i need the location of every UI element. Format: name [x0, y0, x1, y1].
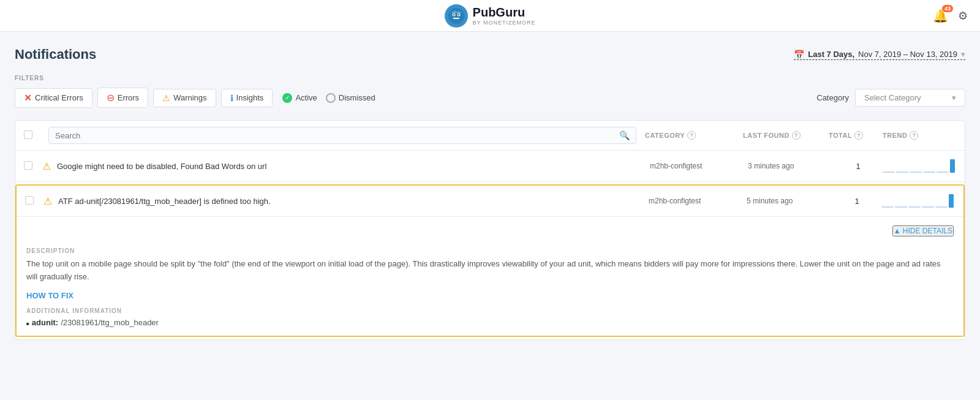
status-filter: ✓ Active Dismissed: [282, 93, 375, 103]
svg-rect-6: [451, 12, 461, 13]
logo-svg: [448, 7, 465, 25]
critical-errors-icon: ✕: [24, 92, 32, 104]
filter-errors[interactable]: ⊖ Errors: [97, 88, 148, 108]
category-column-header: CATEGORY ?: [645, 131, 743, 140]
additional-info-key: adunit:: [32, 318, 58, 327]
last-found-help-icon: ?: [792, 131, 801, 140]
expanded-row-checkbox[interactable]: [25, 196, 43, 206]
exp-trend-bar-6: [949, 194, 954, 208]
row1-trend: [883, 159, 956, 173]
errors-icon: ⊖: [107, 92, 115, 104]
expanded-row-last-found: 5 minutes ago: [747, 197, 832, 205]
svg-point-3: [453, 13, 454, 15]
filters-row: ✕ Critical Errors ⊖ Errors ⚠ Warnings ℹ …: [15, 88, 965, 108]
select-all-checkbox[interactable]: [24, 130, 42, 141]
main-content: Notifications 📅 Last 7 Days, Nov 7, 2019…: [0, 32, 980, 355]
critical-errors-label: Critical Errors: [35, 93, 83, 102]
select-all-cb: [24, 130, 32, 139]
trend-dash-5: [937, 172, 949, 173]
expanded-row-wrapper: ⚠ ATF ad-unit[/23081961/ttg_mob_header] …: [15, 184, 965, 337]
logo-sub: by MONETIZEMORE: [473, 20, 536, 26]
table-search-row: 🔍 CATEGORY ? LAST FOUND ? TOTAL ? TREND: [15, 121, 965, 151]
filters-label: FILTERS: [15, 75, 965, 81]
table-row[interactable]: ⚠ Google might need to be disabled, Foun…: [15, 151, 965, 182]
category-area: Category Select Category ▾: [816, 89, 965, 107]
page-header: Notifications 📅 Last 7 Days, Nov 7, 2019…: [15, 47, 965, 62]
expanded-row-warning-icon: ⚠: [43, 195, 52, 207]
exp-trend-dash-4: [922, 206, 934, 208]
expanded-row-trend-bars: [881, 194, 954, 208]
date-range-selector[interactable]: 📅 Last 7 Days, Nov 7, 2019 – Nov 13, 201…: [794, 50, 965, 60]
settings-button[interactable]: ⚙: [958, 9, 968, 23]
logo-name: PubGuru: [473, 6, 526, 19]
trend-dash-4: [923, 172, 935, 173]
warnings-icon: ⚠: [162, 93, 170, 103]
svg-rect-5: [453, 18, 459, 19]
filters-section: FILTERS ✕ Critical Errors ⊖ Errors ⚠ War…: [15, 75, 965, 108]
row1-warning-icon: ⚠: [42, 160, 51, 172]
search-icon: 🔍: [619, 130, 630, 140]
trend-dash-2: [896, 172, 908, 173]
exp-trend-dash-5: [935, 206, 948, 208]
warnings-label: Warnings: [173, 93, 206, 102]
logo-area: PubGuru by MONETIZEMORE: [445, 4, 536, 28]
row1-message: Google might need to be disabled, Found …: [57, 162, 650, 171]
row1-checkbox[interactable]: [24, 161, 42, 172]
additional-info-value: /23081961/ttg_mob_header: [61, 318, 159, 327]
trend-bar-6: [950, 159, 955, 173]
svg-point-4: [458, 13, 459, 15]
additional-info-label: ADDITIONAL INFORMATION: [26, 308, 954, 314]
insights-icon: ℹ: [230, 93, 233, 103]
notifications-table: 🔍 CATEGORY ? LAST FOUND ? TOTAL ? TREND: [15, 120, 965, 340]
date-range-label: Last 7 Days,: [808, 50, 854, 59]
active-label: Active: [295, 93, 317, 102]
dismissed-filter[interactable]: Dismissed: [326, 93, 375, 103]
hide-details-button[interactable]: ▲ HIDE DETAILS: [892, 225, 954, 236]
category-chevron-icon: ▾: [952, 93, 956, 102]
row1-trend-bars: [883, 159, 955, 173]
expanded-table-row[interactable]: ⚠ ATF ad-unit[/23081961/ttg_mob_header] …: [17, 186, 963, 217]
description-text: The top unit on a mobile page should be …: [26, 258, 954, 284]
expanded-detail: ▲ HIDE DETAILS DESCRIPTION The top unit …: [17, 217, 963, 336]
row1-total: 1: [834, 162, 883, 171]
dismissed-label: Dismissed: [339, 93, 375, 102]
category-select[interactable]: Select Category ▾: [855, 89, 965, 107]
filter-critical-errors[interactable]: ✕ Critical Errors: [15, 88, 92, 108]
exp-trend-dash-2: [895, 206, 907, 208]
row1-last-found: 3 minutes ago: [748, 162, 834, 170]
exp-trend-dash-1: [881, 206, 894, 208]
errors-label: Errors: [118, 93, 139, 102]
row1-category: m2hb-configtest: [650, 162, 748, 170]
trend-column-header: TREND ?: [883, 131, 956, 140]
expanded-row-trend: [881, 194, 955, 208]
expanded-row-category: m2hb-configtest: [649, 197, 747, 205]
dismissed-radio-circle: [326, 93, 336, 103]
date-range-value: Nov 7, 2019 – Nov 13, 2019: [858, 50, 957, 59]
how-to-fix-link[interactable]: HOW TO FIX: [26, 291, 954, 300]
filter-insights[interactable]: ℹ Insights: [221, 89, 273, 107]
description-label: DESCRIPTION: [26, 247, 954, 254]
active-radio-check: ✓: [282, 93, 292, 103]
expanded-row-message: ATF ad-unit[/23081961/ttg_mob_header] is…: [58, 197, 649, 206]
notification-badge: 43: [942, 5, 953, 12]
page-title: Notifications: [15, 47, 96, 62]
trend-dash-3: [910, 172, 922, 173]
total-column-header: TOTAL ?: [829, 131, 878, 140]
top-header: PubGuru by MONETIZEMORE 🔔 43 ⚙: [0, 0, 980, 32]
calendar-icon: 📅: [794, 50, 804, 59]
header-right: 🔔 43 ⚙: [933, 9, 968, 23]
trend-help-icon: ?: [910, 131, 918, 140]
category-help-icon: ?: [687, 131, 696, 140]
last-found-column-header: LAST FOUND ?: [743, 131, 829, 140]
date-range-chevron: ▾: [961, 50, 965, 59]
category-placeholder: Select Category: [864, 93, 921, 102]
notifications-button[interactable]: 🔔 43: [933, 9, 948, 23]
filter-warnings[interactable]: ⚠ Warnings: [153, 89, 216, 107]
total-help-icon: ?: [854, 131, 863, 140]
active-filter[interactable]: ✓ Active: [282, 93, 317, 103]
search-input[interactable]: [55, 131, 619, 140]
search-wrapper: 🔍: [48, 127, 636, 144]
additional-info-item: adunit: /23081961/ttg_mob_header: [26, 318, 954, 327]
trend-dash-1: [883, 172, 895, 173]
logo-icon: [445, 4, 468, 28]
